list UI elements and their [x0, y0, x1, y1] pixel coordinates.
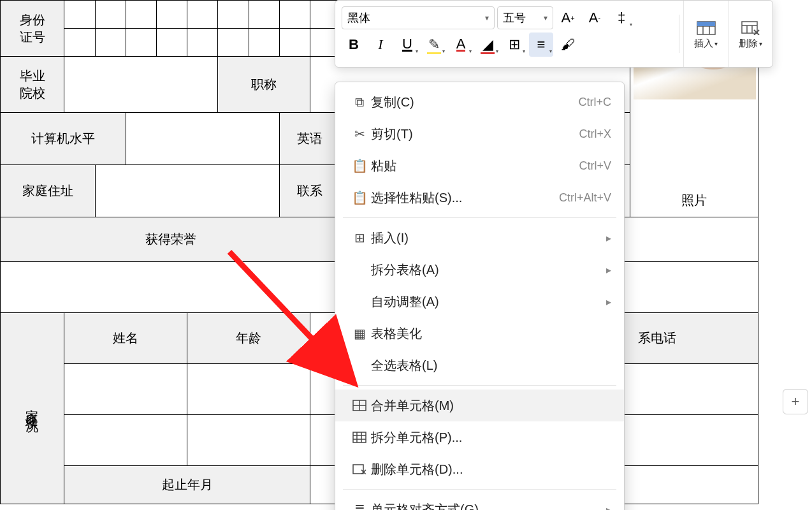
increase-font-icon[interactable]: A+ [556, 6, 580, 30]
beautify-icon: ▦ [348, 326, 371, 341]
add-button[interactable]: + [783, 389, 808, 414]
paste-special-icon: 📋 [348, 190, 371, 205]
shading-button[interactable]: ◢▾ [475, 33, 500, 57]
svg-rect-12 [353, 432, 366, 442]
mini-toolbar: 黑体▾ 五号▾ A+ A- ‡▾ B I U▾ ✎▾ A▾ ◢▾ ⊞▾ ≡▾ 🖌… [335, 0, 773, 68]
italic-button[interactable]: I [368, 33, 393, 57]
table-delete-icon [741, 18, 760, 38]
menu-delete-cells[interactable]: 删除单元格(D)... [335, 453, 624, 485]
svg-rect-17 [353, 465, 363, 474]
menu-cell-align[interactable]: ≣ 单元格对齐方式(G) ▸ [335, 493, 624, 510]
svg-rect-4 [697, 22, 715, 26]
delete-cells-icon [348, 464, 371, 474]
menu-select-all[interactable]: 全选表格(L) [335, 349, 624, 381]
table-insert-icon [697, 18, 716, 38]
copy-icon: ⧉ [348, 95, 371, 110]
menu-split-cells[interactable]: 拆分单元格(P)... [335, 421, 624, 453]
menu-beautify[interactable]: ▦ 表格美化 [335, 317, 624, 349]
bold-button[interactable]: B [342, 33, 366, 57]
split-cells-icon [348, 432, 371, 443]
menu-paste-special[interactable]: 📋 选择性粘贴(S)... Ctrl+Alt+V [335, 182, 624, 214]
menu-copy[interactable]: ⧉ 复制(C) Ctrl+C [335, 86, 624, 118]
menu-paste[interactable]: 📋 粘贴 Ctrl+V [335, 150, 624, 182]
highlight-button[interactable]: ✎▾ [422, 33, 446, 57]
menu-autofit[interactable]: 自动调整(A) ▸ [335, 286, 624, 317]
font-select[interactable]: 黑体▾ [342, 6, 495, 29]
menu-split-table[interactable]: 拆分表格(A) ▸ [335, 254, 624, 286]
paste-icon: 📋 [348, 158, 371, 173]
underline-button[interactable]: U▾ [395, 33, 419, 57]
chevron-right-icon: ▸ [606, 296, 611, 308]
font-size-select[interactable]: 五号▾ [497, 6, 553, 29]
format-painter-button[interactable]: 🖌 [556, 33, 580, 57]
decrease-font-icon[interactable]: A- [583, 6, 607, 30]
border-button[interactable]: ⊞▾ [502, 33, 526, 57]
insert-icon: ⊞ [348, 230, 371, 245]
menu-cut[interactable]: ✂ 剪切(T) Ctrl+X [335, 118, 624, 150]
font-color-button[interactable]: A▾ [449, 33, 473, 57]
context-menu: ⧉ 复制(C) Ctrl+C ✂ 剪切(T) Ctrl+X 📋 粘贴 Ctrl+… [335, 82, 625, 510]
merge-cells-icon [348, 400, 371, 411]
align-button[interactable]: ≡▾ [529, 33, 553, 57]
align-icon: ≣ [348, 502, 371, 510]
line-spacing-icon[interactable]: ‡▾ [609, 6, 634, 30]
cut-icon: ✂ [348, 126, 371, 142]
photo-label: 照片 [681, 193, 707, 207]
menu-insert[interactable]: ⊞ 插入(I) ▸ [335, 222, 624, 254]
insert-dropdown[interactable]: 插入▾ [683, 1, 728, 67]
chevron-right-icon: ▸ [606, 504, 611, 511]
menu-merge-cells[interactable]: 合并单元格(M) [335, 390, 624, 421]
chevron-right-icon: ▸ [606, 264, 611, 276]
chevron-right-icon: ▸ [606, 232, 611, 244]
delete-dropdown[interactable]: 删除▾ [728, 1, 772, 67]
